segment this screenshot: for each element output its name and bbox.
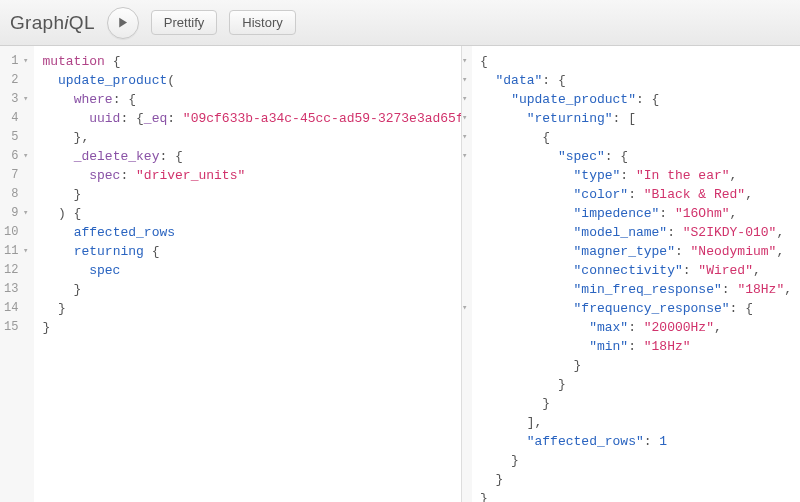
main-panes: 1▾23▾456▾789▾1011▾12131415 mutation { up… [0, 46, 800, 502]
result-viewer: ▾▾▾▾▾▾▾ { "data": { "update_product": { … [462, 46, 800, 502]
graphiql-logo: GraphiQL [10, 12, 95, 34]
top-toolbar: GraphiQL Prettify History [0, 0, 800, 46]
query-code[interactable]: mutation { update_product( where: { uuid… [34, 46, 462, 502]
execute-button[interactable] [107, 7, 139, 39]
play-icon [116, 16, 129, 29]
result-code: { "data": { "update_product": { "returni… [472, 46, 800, 502]
line-number-gutter: 1▾23▾456▾789▾1011▾12131415 [0, 46, 34, 502]
query-editor[interactable]: 1▾23▾456▾789▾1011▾12131415 mutation { up… [0, 46, 462, 502]
history-button[interactable]: History [229, 10, 295, 35]
result-fold-gutter: ▾▾▾▾▾▾▾ [462, 46, 472, 502]
logo-text-suffix: QL [69, 12, 95, 33]
logo-text-prefix: Graph [10, 12, 64, 33]
prettify-button[interactable]: Prettify [151, 10, 217, 35]
